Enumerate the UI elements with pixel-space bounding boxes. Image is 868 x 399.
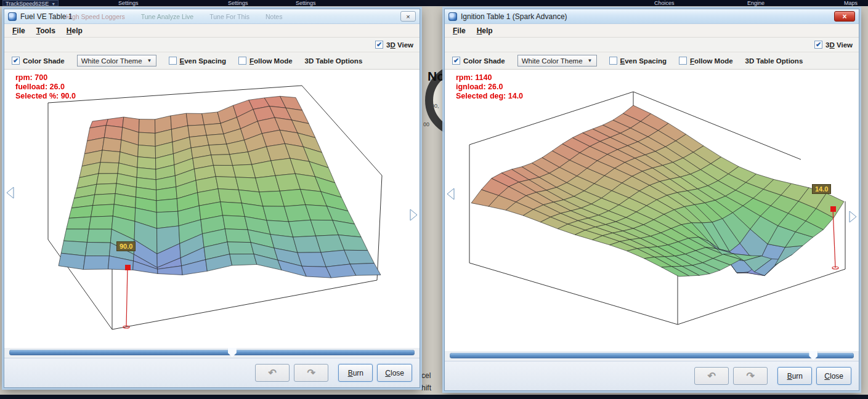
follow-mode-checkbox[interactable]: Follow Mode — [679, 57, 733, 65]
follow-mode-label: Follow Mode — [249, 57, 293, 65]
rotation-slider-thumb[interactable] — [228, 348, 237, 357]
redo-button[interactable]: ↷ — [294, 364, 328, 382]
even-spacing-label: Even Spacing — [620, 57, 667, 65]
view-options-row: ✔ 3D View — [4, 38, 420, 52]
follow-mode-checkbox[interactable]: Follow Mode — [238, 57, 293, 65]
selected-cell-value-badge: 90.0 — [116, 241, 136, 251]
tab-settings-1[interactable]: Settings — [118, 0, 139, 6]
project-selector[interactable]: TrackSpeed62SE ▼ — [2, 0, 59, 6]
rotation-slider-track[interactable] — [9, 350, 415, 355]
checkbox-box: ✔ — [12, 57, 20, 65]
tab-settings-2[interactable]: Settings — [228, 0, 248, 6]
rotate-left-arrow[interactable] — [447, 188, 455, 200]
app-tab-bar: TrackSpeed62SE ▼ Settings Settings Setti… — [0, 0, 868, 6]
window-icon — [448, 12, 457, 21]
fuel-ve-table-window: Fuel VE Table 1 High Speed Loggers Tune … — [4, 9, 420, 388]
checkbox-box — [169, 57, 177, 65]
checkbox-box — [238, 57, 246, 65]
checkbox-box: ✔ — [814, 41, 822, 49]
view-options-row: ✔ 3D View — [445, 38, 859, 52]
checkbox-box: ✔ — [375, 41, 383, 49]
close-window-button[interactable]: × — [834, 11, 855, 22]
redo-icon: ↷ — [307, 367, 315, 379]
checkbox-box — [679, 57, 687, 65]
3d-view-label: 3D View — [386, 41, 413, 49]
tab-settings-3[interactable]: Settings — [296, 0, 316, 6]
tab-maps[interactable]: Maps — [844, 0, 858, 6]
menu-bar: File Tools Help — [4, 24, 420, 38]
color-theme-select[interactable]: White Color Theme ▼ — [517, 55, 597, 66]
undo-button[interactable]: ↶ — [255, 364, 290, 382]
button-bar: ↶ ↷ Burn Close — [4, 358, 420, 387]
follow-mode-label: Follow Mode — [690, 57, 733, 65]
gauge-tick-label: 00 — [423, 121, 429, 127]
window-title: Fuel VE Table 1 — [20, 12, 73, 21]
3d-table-options-button[interactable]: 3D Table Options — [305, 57, 363, 65]
close-icon: × — [842, 12, 846, 21]
gauge-tick-label: 90, — [431, 103, 439, 109]
menu-tools[interactable]: Tools — [32, 25, 60, 36]
3d-view-checkbox[interactable]: ✔ 3D View — [375, 41, 413, 49]
cursor-readout: rpm: 1140 ignload: 26.0 Selected deg: 14… — [456, 73, 523, 101]
burn-button[interactable]: Burn — [338, 364, 373, 382]
rotation-slider-row — [4, 348, 420, 358]
title-bar[interactable]: Fuel VE Table 1 High Speed Loggers Tune … — [4, 9, 420, 24]
checkbox-box: ✔ — [452, 57, 460, 65]
bottom-status-bar — [0, 395, 868, 399]
3d-view-label: 3D View — [825, 41, 853, 49]
fuel-ve-3d-plot-area: rpm: 700 fuelload: 26.0 Selected %: 90.0… — [4, 70, 420, 348]
undo-icon: ↶ — [708, 370, 716, 382]
plot-toolbar: ✔ Color Shade White Color Theme ▼ Even S… — [4, 52, 420, 70]
undo-button[interactable]: ↶ — [694, 367, 729, 385]
color-shade-checkbox[interactable]: ✔ Color Shade — [12, 57, 65, 65]
burn-button[interactable]: Burn — [777, 367, 812, 385]
menu-help[interactable]: Help — [473, 25, 497, 36]
project-name: TrackSpeed62SE — [6, 1, 49, 6]
close-icon: × — [406, 13, 410, 20]
title-bar[interactable]: Ignition Table 1 (Spark Advance) × — [445, 9, 859, 24]
selected-cell-value-badge: 14.0 — [812, 184, 831, 194]
undo-icon: ↶ — [269, 367, 277, 379]
fuel-ve-3d-surface[interactable] — [4, 70, 420, 348]
plot-toolbar: ✔ Color Shade White Color Theme ▼ Even S… — [445, 52, 859, 70]
tab-choices[interactable]: Choices — [654, 0, 675, 6]
cursor-readout: rpm: 700 fuelload: 26.0 Selected %: 90.0 — [15, 73, 76, 101]
even-spacing-label: Even Spacing — [180, 57, 226, 65]
rotation-slider-row — [445, 351, 859, 361]
rotate-right-arrow[interactable] — [849, 211, 857, 223]
menu-file[interactable]: File — [448, 25, 470, 36]
chevron-down-icon: ▼ — [51, 1, 55, 6]
3d-view-checkbox[interactable]: ✔ 3D View — [814, 41, 853, 49]
gauge-label: No — [428, 69, 445, 84]
rotate-right-arrow[interactable] — [410, 209, 418, 221]
clipped-background-text: cel — [421, 371, 431, 380]
even-spacing-checkbox[interactable]: Even Spacing — [609, 57, 667, 65]
button-bar: ↶ ↷ Burn Close — [445, 361, 859, 390]
rotation-slider-track[interactable] — [450, 353, 854, 358]
menu-help[interactable]: Help — [62, 25, 87, 36]
chevron-down-icon: ▼ — [147, 58, 152, 63]
close-window-button[interactable]: × — [400, 11, 416, 22]
ignition-3d-plot-area: rpm: 1140 ignload: 26.0 Selected deg: 14… — [445, 70, 859, 351]
ghost-background-tabs: High Speed Loggers Tune Analyze Live Tun… — [66, 13, 282, 20]
color-shade-label: Color Shade — [23, 57, 65, 65]
color-shade-label: Color Shade — [463, 57, 505, 65]
close-button[interactable]: Close — [377, 364, 412, 382]
menu-bar: File Help — [445, 24, 859, 38]
ignition-table-window: Ignition Table 1 (Spark Advance) × File … — [444, 9, 859, 391]
rotation-slider-thumb[interactable] — [809, 351, 817, 360]
redo-button[interactable]: ↷ — [733, 367, 768, 385]
color-theme-value: White Color Theme — [81, 57, 142, 65]
tab-engine[interactable]: Engine — [747, 0, 765, 6]
even-spacing-checkbox[interactable]: Even Spacing — [169, 57, 226, 65]
rotate-left-arrow[interactable] — [6, 187, 14, 199]
chevron-down-icon: ▼ — [588, 58, 593, 63]
menu-file[interactable]: File — [8, 25, 30, 36]
clipped-background-text: hift — [421, 384, 431, 392]
color-theme-select[interactable]: White Color Theme ▼ — [77, 55, 156, 66]
3d-table-options-button[interactable]: 3D Table Options — [745, 57, 803, 65]
checkbox-box — [609, 57, 617, 65]
color-shade-checkbox[interactable]: ✔ Color Shade — [452, 57, 505, 65]
close-button[interactable]: Close — [816, 367, 851, 385]
ignition-3d-surface[interactable] — [445, 70, 859, 351]
